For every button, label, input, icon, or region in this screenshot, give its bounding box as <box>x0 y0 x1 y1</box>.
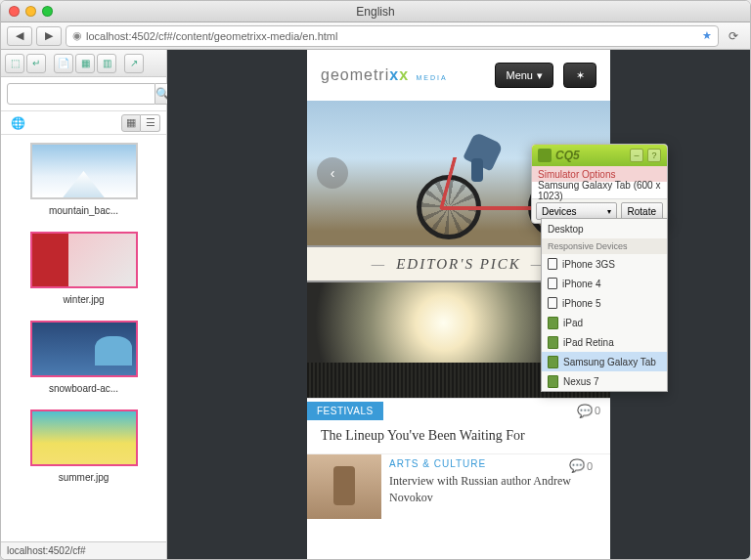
globe-icon: ◉ <box>72 29 82 42</box>
tool-btn-5[interactable]: ▥ <box>97 54 116 73</box>
thumbnail-list: mountain_bac... winter.jpg snowboard-ac.… <box>1 135 166 541</box>
article-tag: FESTIVALS <box>307 402 383 420</box>
tablet-icon <box>548 375 558 388</box>
article-thumb <box>307 454 381 519</box>
cq5-minimize-button[interactable]: – <box>630 149 643 162</box>
device-option[interactable]: iPad <box>542 313 667 332</box>
tool-btn-3[interactable]: 📄 <box>54 54 73 73</box>
grid-view-button[interactable]: ▦ <box>121 114 141 132</box>
cq5-logo-icon <box>538 149 552 162</box>
url-bar[interactable]: ◉ localhost:4502/cf#/content/geometrixx-… <box>66 25 719 47</box>
menu-button[interactable]: Menu▾ <box>495 63 553 88</box>
cq5-current-device: Samsung Galaxy Tab (600 x 1023) <box>532 182 667 199</box>
view-toggle: ▦ ☰ <box>121 114 160 132</box>
tool-btn-2[interactable]: ↵ <box>26 54 46 73</box>
forward-button[interactable]: ▶ <box>36 26 62 46</box>
logo: geometrixx MEDIA <box>321 66 485 84</box>
tool-btn-4[interactable]: ▦ <box>75 54 95 73</box>
gear-icon: ✶ <box>576 69 585 82</box>
browser-window: English ◀ ▶ ◉ localhost:4502/cf#/content… <box>0 0 751 560</box>
device-option[interactable]: iPhone 5 <box>542 293 667 313</box>
tablet-icon <box>548 317 558 329</box>
tool-btn-6[interactable]: ↗ <box>124 54 144 73</box>
bookmark-star-icon[interactable]: ★ <box>702 29 712 42</box>
article-1[interactable]: FESTIVALS 💬0 The Lineup You've Been Wait… <box>307 398 610 453</box>
titlebar: English <box>1 1 750 22</box>
phone-icon <box>548 258 557 270</box>
article-excerpt: Interview with Russian author Andrew Nov… <box>389 473 602 506</box>
comment-count[interactable]: 💬0 <box>577 404 610 418</box>
comment-icon: 💬 <box>569 458 585 473</box>
cq5-header[interactable]: CQ5 – ? <box>532 145 667 166</box>
article-title: The Lineup You've Been Waiting For <box>307 422 610 453</box>
comment-icon: 💬 <box>577 404 593 418</box>
tablet-icon <box>548 356 558 368</box>
cq5-help-button[interactable]: ? <box>647 149 661 162</box>
cf-sidebar: ⬚ ↵ 📄 ▦ ▥ ↗ 🔍 🌐 ▦ ☰ <box>1 50 167 559</box>
thumb-item[interactable]: summer.jpg <box>9 409 158 483</box>
reload-button[interactable]: ⟳ <box>723 29 744 43</box>
sidebar-search: 🔍 <box>1 77 166 111</box>
sidebar-viewbar: 🌐 ▦ ☰ <box>1 111 166 135</box>
carousel-prev-button[interactable]: ‹ <box>317 157 348 189</box>
mobile-header: geometrixx MEDIA Menu▾ ✶ <box>307 50 610 101</box>
phone-icon <box>548 278 557 289</box>
list-view-button[interactable]: ☰ <box>141 114 160 132</box>
devices-menu: Desktop Responsive Devices iPhone 3GS iP… <box>541 218 668 392</box>
device-option[interactable]: iPad Retina <box>542 332 667 352</box>
tablet-icon <box>548 336 558 349</box>
settings-button[interactable]: ✶ <box>563 63 596 88</box>
device-option-desktop[interactable]: Desktop <box>542 219 667 238</box>
sidebar-toolbar: ⬚ ↵ 📄 ▦ ▥ ↗ <box>1 50 166 77</box>
comment-count[interactable]: 💬0 <box>569 458 602 473</box>
device-option[interactable]: Samsung Galaxy Tab <box>542 352 667 371</box>
window-title: English <box>1 5 750 19</box>
device-option[interactable]: iPhone 3GS <box>542 254 667 274</box>
statusbar: localhost:4502/cf# <box>1 541 166 559</box>
browser-toolbar: ◀ ▶ ◉ localhost:4502/cf#/content/geometr… <box>1 22 750 50</box>
chevron-down-icon: ▾ <box>537 69 543 82</box>
tool-btn-1[interactable]: ⬚ <box>5 54 24 73</box>
thumb-item[interactable]: winter.jpg <box>9 232 158 305</box>
tree-icon[interactable]: 🌐 <box>7 114 28 132</box>
article-2[interactable]: 💬0 ARTS & CULTURE Interview with Russian… <box>307 453 610 519</box>
search-input[interactable] <box>7 83 155 105</box>
back-button[interactable]: ◀ <box>7 26 32 46</box>
content-area: ⬚ ↵ 📄 ▦ ▥ ↗ 🔍 🌐 ▦ ☰ <box>1 50 750 559</box>
device-group-label: Responsive Devices <box>542 238 667 254</box>
cq5-panel: CQ5 – ? Simulator Options Samsung Galaxy… <box>531 144 668 224</box>
thumb-item[interactable]: snowboard-ac... <box>9 321 158 394</box>
main-viewport: geometrixx MEDIA Menu▾ ✶ ‹ EDITOR'S PICK <box>167 50 750 559</box>
url-text: localhost:4502/cf#/content/geometrixx-me… <box>86 30 337 42</box>
device-option[interactable]: iPhone 4 <box>542 274 667 293</box>
phone-icon <box>548 297 557 309</box>
device-option[interactable]: Nexus 7 <box>542 371 667 391</box>
thumb-item[interactable]: mountain_bac... <box>9 143 158 216</box>
